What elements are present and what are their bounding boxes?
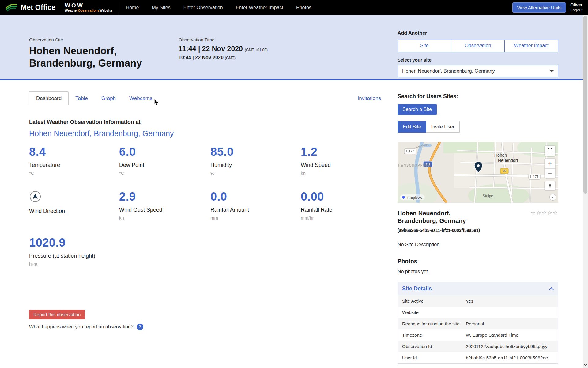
detail-label: Website [402, 310, 466, 315]
metric-unit: mm [210, 215, 301, 221]
site-select-dropdown[interactable]: Hohen Neuendorf, Brandenburg, Germany [398, 65, 558, 77]
tab-graph[interactable]: Graph [95, 92, 123, 105]
mapbox-logo[interactable]: mapbox [400, 194, 425, 200]
map-label-stolpe: Stolpe [483, 194, 493, 198]
search-a-site-button[interactable]: Search a Site [398, 104, 437, 115]
scrollbar-thumb[interactable] [583, 16, 587, 194]
detail-label: Reasons for running the site [402, 321, 466, 326]
metrics-grid: 8.4 Temperature °C 6.0 Dew Point °C 85.0… [29, 145, 382, 280]
chevron-up-icon [549, 287, 554, 290]
invite-user-button[interactable]: Invite User [426, 121, 460, 133]
add-weather-impact-button[interactable]: Weather Impact [504, 40, 558, 52]
gmt-time-offset: (GMT) [225, 56, 236, 60]
detail-label: Timezone [402, 332, 466, 338]
nav-enter-weather-impact[interactable]: Enter Weather Impact [229, 0, 290, 15]
map-attribution-info-icon[interactable]: i [550, 194, 556, 200]
map-fullscreen-button[interactable] [545, 146, 555, 156]
detail-value: b2babf9c-53b5-ea11-bf21-0003ff5982ee [466, 355, 554, 360]
metric-label: Rainfall Amount [210, 207, 301, 213]
nav-links: Home My Sites Enter Observation Enter We… [119, 0, 318, 15]
compass-needle-icon [548, 183, 552, 188]
local-time-offset: (GMT +01:00) [245, 48, 268, 52]
search-users-sites-label: Search for Users Sites: [398, 93, 558, 100]
gmt-time-value: 10:44 | 22 Nov 2020 [179, 55, 224, 60]
metric-unit: kn [301, 171, 382, 176]
detail-value: 20201122zaofqdbcihe6zbnbyyb96spgyy [466, 344, 554, 349]
select-site-label: Select your site [398, 57, 558, 63]
photos-heading: Photos [398, 258, 558, 265]
site-details-title: Site Details [402, 286, 432, 292]
site-details-header[interactable]: Site Details [398, 282, 558, 295]
wow-weather: Weather [65, 9, 78, 12]
map-canvas[interactable]: L 177 111 96 L 171 Havelweg HENSCHOPPING [398, 142, 558, 203]
nav-home[interactable]: Home [119, 0, 145, 15]
scrollbar-down-arrow[interactable] [583, 362, 588, 367]
site-rating-stars[interactable]: ☆☆☆☆☆ [530, 209, 558, 216]
detail-label: User Id [402, 355, 466, 360]
no-site-description: No Site Description [398, 242, 558, 247]
add-site-button[interactable]: Site [398, 40, 451, 52]
metric-label: Wind Gust Speed [119, 207, 210, 213]
metric-unit: °C [119, 171, 210, 176]
site-details-row: Observation Id 20201122zaofqdbcihe6zbnby… [398, 341, 558, 352]
map-label-area: HENSCHOPPING [398, 164, 430, 167]
nav-my-sites[interactable]: My Sites [145, 0, 177, 15]
metric-rainfall-amount: 0.0 Rainfall Amount mm [210, 190, 301, 222]
observation-time-label: Observation Time [179, 37, 398, 42]
user-block: Oliver Logout [570, 2, 584, 13]
logout-link[interactable]: Logout [570, 8, 582, 13]
site-details-row: Reasons for running the site Personal [398, 318, 558, 329]
metric-value: 85.0 [210, 145, 301, 159]
edit-site-button[interactable]: Edit Site [398, 121, 426, 133]
metric-wind-direction: Wind Direction [29, 190, 119, 222]
metric-value: 0.0 [210, 190, 301, 204]
map-compass-button[interactable] [545, 181, 555, 190]
map-label-town-2: Neuendorf [498, 158, 518, 163]
detail-value: W. Europe Standard Time [466, 332, 554, 338]
add-observation-button[interactable]: Observation [451, 40, 505, 52]
site-details-row: Website [398, 307, 558, 318]
observation-time-block: Observation Time 11:44 | 22 Nov 2020 (GM… [179, 37, 398, 79]
map-label-town-1: Hohen [494, 153, 507, 158]
detail-value: Personal [466, 321, 554, 326]
zoom-in-button[interactable]: + [545, 159, 555, 168]
metric-label: Wind Direction [29, 208, 119, 214]
wind-direction-arrow-icon [29, 190, 41, 203]
metric-label: Temperature [29, 162, 119, 168]
wow-logo[interactable]: WOW WeatherObservationsWebsite [62, 0, 119, 15]
vertical-scrollbar[interactable] [583, 15, 588, 368]
main-area: Dashboard Table Graph Webcams Invitation… [0, 80, 588, 368]
invitations-link[interactable]: Invitations [357, 95, 382, 105]
road-label-l177: L 177 [406, 149, 414, 153]
met-office-swoosh-icon [5, 3, 18, 13]
metric-dew-point: 6.0 Dew Point °C [119, 145, 210, 176]
site-name-link[interactable]: Hohen Neuendorf, Brandenburg, Germany [29, 129, 174, 138]
road-shield-l171: L 171 [529, 174, 540, 179]
metric-label: Dew Point [119, 162, 210, 168]
tab-webcams[interactable]: Webcams [123, 92, 159, 105]
add-another-label: Add Another [398, 30, 558, 36]
add-another-block: Add Another Site Observation Weather Imp… [398, 30, 558, 79]
view-alternative-units-button[interactable]: View Alternative Units [512, 2, 566, 13]
gmt-time: 10:44 | 22 Nov 2020 (GMT) [179, 55, 398, 60]
detail-label: Observation Id [402, 344, 466, 349]
wow-subtitle: WeatherObservationsWebsite [65, 9, 112, 13]
observation-site-label: Observation Site [29, 37, 179, 42]
zoom-out-button[interactable]: − [545, 168, 555, 178]
site-action-buttons: Edit Site Invite User [398, 121, 558, 133]
met-office-logo[interactable]: Met Office [0, 0, 62, 15]
site-details-row: Timezone W. Europe Standard Time [398, 329, 558, 341]
mapbox-logo-icon [401, 195, 406, 200]
help-question-icon[interactable]: ? [137, 324, 143, 330]
tab-bar: Dashboard Table Graph Webcams Invitation… [29, 91, 382, 105]
nav-photos[interactable]: Photos [290, 0, 318, 15]
site-map[interactable]: L 177 111 96 L 171 Havelweg HENSCHOPPING [398, 142, 558, 203]
road-shield-96: 96 [500, 168, 508, 174]
tab-dashboard[interactable]: Dashboard [29, 91, 69, 105]
site-details-panel: Site Details Site Active Yes Website Rea… [398, 282, 558, 364]
metric-unit: hPa [29, 261, 119, 267]
report-observation-button[interactable]: Report this observation [29, 310, 85, 319]
metric-value: 6.0 [119, 145, 210, 159]
nav-enter-observation[interactable]: Enter Observation [177, 0, 229, 15]
tab-table[interactable]: Table [69, 92, 95, 105]
